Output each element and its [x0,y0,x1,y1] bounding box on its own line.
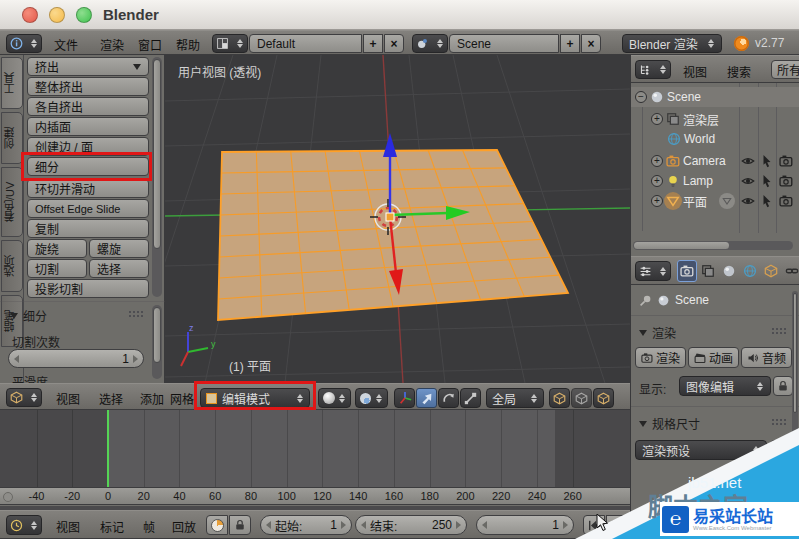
editor-type-outliner-button[interactable] [635,60,671,79]
timeline-area[interactable] [0,410,630,487]
hide-eye-icon[interactable] [741,174,755,188]
expand-icon[interactable]: + [651,113,663,125]
screen-layout-icon-button[interactable] [212,34,248,53]
scale-manipulator-button[interactable] [460,388,481,408]
tool-offset-edge-slide[interactable]: Offset Edge Slide [27,199,149,218]
tool-screw[interactable]: 螺旋 [89,239,149,258]
tool-shelf-scrollbar[interactable] [152,57,162,297]
manipulator-toggle-button[interactable] [394,388,415,408]
renderable-camera-icon[interactable] [779,174,793,188]
decrement-icon[interactable] [266,521,271,529]
add-scene-button[interactable]: + [560,34,580,53]
editor-type-properties-button[interactable] [635,261,671,281]
tab-world[interactable] [740,260,760,282]
menu-marker[interactable]: 标记 [100,518,124,535]
add-layout-button[interactable]: + [363,34,383,53]
outliner-item-camera[interactable]: + Camera [631,151,799,171]
selectable-arrow-icon[interactable] [760,154,774,168]
tab-render[interactable] [677,260,697,282]
menu-render[interactable]: 渲染 [100,36,124,53]
render-panel-header[interactable]: 渲染 [639,324,676,341]
menu-file[interactable]: 文件 [54,36,78,53]
number-of-cuts-slider[interactable]: 1 [8,349,144,368]
panel-drag-handle-icon[interactable] [771,327,786,336]
tool-spin[interactable]: 旋绕 [27,239,87,258]
increment-icon[interactable] [456,521,461,529]
outliner-item-plane[interactable]: + 平面 [631,191,799,211]
viewport-shading-select[interactable] [318,388,351,408]
snap-element-vertex-button[interactable] [549,388,570,408]
timeline-scrollbar[interactable]: -40-200204060801001201401601802002202402… [0,487,630,505]
outliner-filter-select[interactable]: 所有场景 [771,60,799,79]
expand-icon[interactable]: + [651,155,663,167]
tool-select[interactable]: 选择 [89,259,149,278]
tab-create[interactable]: 创建 [1,112,23,164]
expand-icon[interactable]: + [651,175,663,187]
tool-inset-faces[interactable]: 内插面 [27,117,149,136]
translate-manipulator-button[interactable] [416,388,437,408]
renderable-camera-icon[interactable] [779,194,793,208]
tool-knife-project[interactable]: 投影切割 [27,279,149,298]
delete-layout-button[interactable]: × [384,34,404,53]
audio-button[interactable]: 音频 [741,347,792,368]
collapse-icon[interactable]: − [635,91,647,103]
tool-loop-cut-slide[interactable]: 环切并滑动 [27,179,149,198]
subdivide-panel-header[interactable]: 细分 [10,307,47,324]
panel-scrollbar[interactable] [152,305,162,379]
hide-eye-icon[interactable] [741,154,755,168]
timeline-playhead[interactable] [107,410,109,487]
pin-icon[interactable] [639,294,652,307]
tab-tools[interactable]: 工具 [1,57,23,109]
minimize-window-icon[interactable] [49,7,65,23]
scene-icon-button[interactable] [412,34,448,53]
render-engine-select[interactable]: Blender 渲染 [622,34,722,53]
decrement-icon[interactable] [482,521,487,529]
increment-icon[interactable] [133,355,138,363]
tool-extrude-region[interactable]: 整体挤出 [27,77,149,96]
editor-type-info-button[interactable] [6,34,42,53]
tool-extrude-individual[interactable]: 各自挤出 [27,97,149,116]
menu-add[interactable]: 添加 [140,390,164,407]
tool-knife[interactable]: 切割 [27,259,87,278]
delete-scene-button[interactable]: × [581,34,601,53]
tab-render-layers[interactable] [698,260,718,282]
menu-view[interactable]: 视图 [56,390,80,407]
tab-options[interactable]: 选项 [1,240,23,292]
extrude-menu-button[interactable]: 挤出 [27,57,149,76]
outliner-item-world[interactable]: World [631,129,799,149]
selectable-arrow-icon[interactable] [760,174,774,188]
tool-duplicate[interactable]: 复制 [27,219,149,238]
render-button[interactable]: 渲染 [635,347,686,368]
selectable-arrow-icon[interactable] [760,194,774,208]
tab-shading-uv[interactable]: 着色/UV [1,167,23,237]
outliner-scrollbar[interactable] [633,241,793,250]
display-lock-button[interactable] [773,376,793,396]
menu-help[interactable]: 帮助 [176,36,200,53]
viewport-3d[interactable]: 用户视图 (透视) (1) 平面 z y [165,55,630,383]
display-mode-select[interactable]: 图像编辑 [679,376,771,396]
tab-object[interactable] [761,260,781,282]
renderable-camera-icon[interactable] [779,154,793,168]
menu-window[interactable]: 窗口 [138,36,162,53]
use-preview-range-button[interactable] [206,515,228,535]
menu-view-timeline[interactable]: 视图 [56,518,80,535]
screen-layout-name-field[interactable]: Default [249,34,362,53]
animation-button[interactable]: 动画 [688,347,739,368]
hide-eye-icon[interactable] [741,194,755,208]
end-frame-field[interactable]: 结束: 250 [355,515,467,535]
menu-playback[interactable]: 回放 [172,518,196,535]
editor-type-timeline-button[interactable] [6,515,42,535]
menu-mesh[interactable]: 网格 [170,390,194,407]
expand-icon[interactable]: + [651,195,663,207]
editor-type-3dview-button[interactable] [6,388,42,407]
start-frame-field[interactable]: 起始: 1 [260,515,352,535]
close-window-icon[interactable] [22,7,38,23]
outliner-item-lamp[interactable]: + Lamp [631,171,799,191]
increment-icon[interactable] [341,521,346,529]
menu-view-outliner[interactable]: 视图 [683,63,707,80]
scene-name-field[interactable]: Scene [449,34,559,53]
panel-drag-handle-icon[interactable] [128,310,143,319]
menu-search-outliner[interactable]: 搜索 [727,63,751,80]
transform-orientation-select[interactable]: 全局 [486,388,544,408]
snap-element-face-button[interactable] [593,388,614,408]
